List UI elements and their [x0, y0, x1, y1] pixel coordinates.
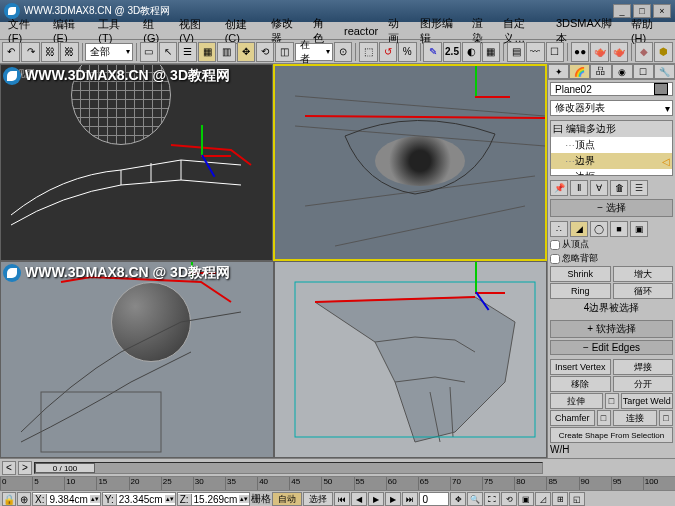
next-frame-icon[interactable]: ▶ [385, 492, 401, 506]
shrink-button[interactable]: Shrink [550, 266, 611, 282]
stack-icon[interactable]: ⬢ [654, 42, 672, 62]
menu-tools[interactable]: 工具(T) [94, 16, 137, 45]
by-vertex-check[interactable] [550, 240, 560, 250]
redo-button[interactable]: ↷ [21, 42, 39, 62]
tab-create[interactable]: ✦ [548, 64, 569, 79]
current-frame-field[interactable]: 0▴▾ [419, 492, 449, 506]
undo-button[interactable]: ↶ [2, 42, 20, 62]
stack-editpoly[interactable]: 曰 编辑多边形 [551, 121, 672, 137]
subobj-vertex-icon[interactable]: ∴ [550, 221, 568, 237]
time-config2-icon[interactable]: > [18, 461, 32, 475]
rollout-selection[interactable]: − 选择 [550, 199, 673, 217]
zoom-all-icon[interactable]: ⊞ [552, 492, 568, 506]
unlink-button[interactable]: ⛓̷ [60, 42, 78, 62]
ignore-backface-check[interactable] [550, 254, 560, 264]
move-gizmo[interactable] [201, 155, 241, 195]
chamfer-settings-icon[interactable]: □ [597, 410, 611, 426]
viewport-bottom-left[interactable]: WWW.3DMAX8.CN @ 3D教程网 [0, 261, 274, 458]
viewport-bottom-right[interactable] [274, 261, 548, 458]
timeline-ruler[interactable]: 0510152025303540455055606570758085909510… [0, 477, 675, 491]
object-name-field[interactable]: Plane02 [550, 82, 673, 96]
set-key-button[interactable]: 选择 [303, 492, 333, 506]
select-region-button[interactable]: ▦ [198, 42, 216, 62]
configure-icon[interactable]: ☰ [630, 180, 648, 196]
modifier-list-dropdown[interactable]: 修改器列表 [550, 100, 673, 116]
insert-vertex-button[interactable]: Insert Vertex [550, 359, 611, 375]
viewport-top-left[interactable]: 俯视图 WWW.3DMAX8.CN @ 3D教程网 [0, 64, 273, 261]
subobj-poly-icon[interactable]: ■ [610, 221, 628, 237]
rotate-button[interactable]: ⟲ [256, 42, 274, 62]
select-name-button[interactable]: ☰ [178, 42, 196, 62]
remove-mod-icon[interactable]: 🗑 [610, 180, 628, 196]
menu-reactor[interactable]: reactor [340, 24, 382, 38]
weld-button[interactable]: 焊接 [613, 359, 674, 375]
filter-button[interactable]: ▥ [217, 42, 235, 62]
coord-y[interactable]: Y:23.345cm▴▾ [102, 492, 176, 506]
render-button[interactable]: 🫖 [610, 42, 628, 62]
rollout-softsel[interactable]: + 软持选择 [550, 320, 673, 338]
viewport-top-right[interactable] [273, 64, 548, 261]
auto-key-button[interactable]: 自动 [272, 492, 302, 506]
connect-settings-icon[interactable]: □ [659, 410, 673, 426]
stack-edge[interactable]: ⋯ 边界 ◁ [551, 153, 672, 169]
render-setup-button[interactable]: 🫖 [590, 42, 608, 62]
mirror-button[interactable]: 2.5 [443, 42, 461, 62]
stack-border[interactable]: ⋯ 边框 [551, 169, 672, 176]
connect-button[interactable]: 连接 [613, 410, 658, 426]
subobj-element-icon[interactable]: ▣ [630, 221, 648, 237]
tab-modify[interactable]: 🌈 [569, 64, 590, 79]
curve-editor-button[interactable]: 〰 [526, 42, 544, 62]
subobj-edge-icon[interactable]: ◢ [570, 221, 588, 237]
fov-icon[interactable]: ◿ [535, 492, 551, 506]
subobj-border-icon[interactable]: ◯ [590, 221, 608, 237]
tab-motion[interactable]: ◉ [612, 64, 633, 79]
coord-z[interactable]: Z:15.269cm▴▾ [177, 492, 251, 506]
create-shape-button[interactable]: Create Shape From Selection [550, 427, 673, 443]
modifier-stack[interactable]: 曰 编辑多边形 ⋯ 顶点 ⋯ 边界 ◁ ⋯ 边框 ⋯ 多边形 ⋯ 元素 [550, 120, 673, 176]
rollout-editedges[interactable]: − Edit Edges [550, 340, 673, 355]
unique-icon[interactable]: ∀ [590, 180, 608, 196]
move-gizmo-active[interactable] [475, 96, 515, 136]
move-gizmo-br[interactable] [475, 292, 515, 332]
ring-button[interactable]: Ring [550, 283, 611, 299]
keymode-icon[interactable]: ⊕ [17, 492, 31, 506]
tab-utils[interactable]: 🔧 [654, 64, 675, 79]
maximize-vp-icon[interactable]: ▣ [518, 492, 534, 506]
time-slider[interactable]: 0 / 100 [34, 462, 543, 474]
goto-end-icon[interactable]: ⏭ [402, 492, 418, 506]
align-button[interactable]: ◐ [462, 42, 480, 62]
angle-snap-button[interactable]: ↺ [379, 42, 397, 62]
extrude-button[interactable]: 拉伸 [550, 393, 603, 409]
coord-x[interactable]: X:9.384cm▴▾ [32, 492, 101, 506]
zoom-extents-icon[interactable]: ⛶ [484, 492, 500, 506]
grow-button[interactable]: 增大 [613, 266, 674, 282]
min-max-icon[interactable]: ◱ [569, 492, 585, 506]
percent-snap-button[interactable]: % [398, 42, 416, 62]
prev-frame-icon[interactable]: ◀ [351, 492, 367, 506]
layers-button[interactable]: ▤ [507, 42, 525, 62]
move-button[interactable]: ✥ [237, 42, 255, 62]
snap-button[interactable]: ⬚ [359, 42, 377, 62]
scale-button[interactable]: ◫ [275, 42, 293, 62]
lock-icon[interactable]: 🔒 [2, 492, 16, 506]
tab-display[interactable]: ☐ [633, 64, 654, 79]
pan-view-icon[interactable]: ✥ [450, 492, 466, 506]
center-pivot-button[interactable]: ⊙ [334, 42, 352, 62]
time-config-icon[interactable]: < [2, 461, 16, 475]
extrude-settings-icon[interactable]: □ [605, 393, 619, 409]
goto-start-icon[interactable]: ⏮ [334, 492, 350, 506]
play-icon[interactable]: ▶ [368, 492, 384, 506]
select-button[interactable]: ▭ [140, 42, 158, 62]
array-button[interactable]: ▦ [482, 42, 500, 62]
remove-button[interactable]: 移除 [550, 376, 611, 392]
loop-button[interactable]: 循环 [613, 283, 674, 299]
schematic-button[interactable]: ☐ [546, 42, 564, 62]
delete-icon[interactable]: ◆ [635, 42, 653, 62]
pin-stack-icon[interactable]: 📌 [550, 180, 568, 196]
orbit-view-icon[interactable]: ⟲ [501, 492, 517, 506]
chamfer-button[interactable]: Chamfer [550, 410, 595, 426]
tab-hierarchy[interactable]: 品 [590, 64, 611, 79]
selection-scope-dropdown[interactable]: 全部 [85, 43, 132, 61]
cursor-arrow-icon[interactable]: ↖ [159, 42, 177, 62]
coord-dropdown[interactable]: 在者 [295, 43, 333, 61]
